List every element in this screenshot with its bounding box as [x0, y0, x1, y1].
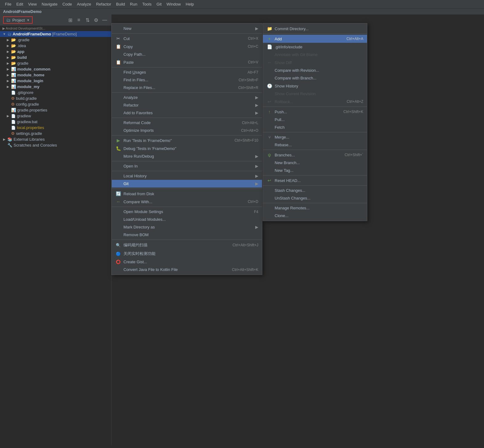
- ctx-find-usages[interactable]: Find Usages Alt+F7: [112, 68, 262, 76]
- ctx-convert-kotlin[interactable]: Convert Java File to Kotlin File Ctrl+Al…: [112, 266, 262, 273]
- project-label[interactable]: Project: [12, 18, 25, 22]
- file-icon-settings-gradle: ⚙: [11, 131, 15, 136]
- icon-align[interactable]: ⊞: [67, 17, 74, 23]
- tree-item-build[interactable]: ▶ 📂 build: [0, 54, 111, 60]
- tree-item-idea[interactable]: ▶ 📂 .idea: [0, 43, 111, 49]
- tree-item-scratches[interactable]: ▶ 🔧 Scratches and Consoles: [0, 142, 111, 148]
- tree-item-module-common[interactable]: ▶ 📊 module_common: [0, 66, 111, 72]
- tree-item-gradlew[interactable]: ▶ 📄 gradlew: [0, 113, 111, 119]
- git-merge[interactable]: ⑂ Merge...: [263, 133, 367, 141]
- ctx-close-realtime[interactable]: 🔵 关闭实时检测功能: [112, 249, 262, 258]
- tree-item-gitignore[interactable]: ▶ 📄 .gitignore: [0, 90, 111, 95]
- ctx-analyze[interactable]: Analyze ▶: [112, 94, 262, 101]
- ctx-debug-tests-icon: 🐛: [115, 146, 121, 151]
- ctx-remove-bom[interactable]: Remove BOM: [112, 231, 262, 239]
- git-stash-changes[interactable]: Stash Changes...: [263, 187, 367, 194]
- ctx-create-gist[interactable]: ⭕ Create Gist...: [112, 258, 262, 266]
- folder-icon-gradle: 📂: [11, 38, 16, 42]
- git-add[interactable]: + Add Ctrl+Alt+A: [263, 35, 367, 43]
- git-branches[interactable]: ψ Branches... Ctrl+Shift+`: [263, 151, 367, 159]
- menu-analyze[interactable]: Analyze: [75, 1, 94, 7]
- git-unstash-changes[interactable]: UnStash Changes...: [263, 194, 367, 202]
- folder-icon-module-home: 📊: [11, 73, 16, 77]
- icon-settings[interactable]: ⚙: [93, 17, 99, 23]
- ctx-more-run-debug-label: More Run/Debug: [123, 154, 250, 159]
- tree-item-local-properties[interactable]: ▶ 📄 local.properties: [0, 125, 111, 131]
- git-compare-branch[interactable]: Compare with Branch...: [263, 74, 367, 82]
- tree-item-settings-gradle[interactable]: ▶ ⚙ settings.gradle: [0, 131, 111, 136]
- git-push[interactable]: ↑ Push... Ctrl+Shift+K: [263, 108, 367, 116]
- git-commit-directory[interactable]: 📁 Commit Directory...: [263, 25, 367, 33]
- icon-minimize[interactable]: —: [101, 17, 108, 23]
- git-sep-5: [263, 175, 367, 176]
- tree-item-module-my[interactable]: ▶ 📊 module_my: [0, 84, 111, 90]
- ctx-paste[interactable]: 📋 Paste Ctrl+V: [112, 58, 262, 66]
- tree-item-gradlew-bat[interactable]: ▶ 📄 gradlew.bat: [0, 119, 111, 125]
- ctx-more-run-debug[interactable]: More Run/Debug ▶: [112, 152, 262, 160]
- ctx-open-module-settings[interactable]: Open Module Settings F4: [112, 208, 262, 216]
- git-pull[interactable]: Pull...: [263, 116, 367, 123]
- icon-collapse[interactable]: ⇅: [84, 17, 91, 23]
- menu-navigate[interactable]: Navigate: [39, 1, 60, 7]
- ctx-local-history[interactable]: Local History ▶: [112, 172, 262, 180]
- ctx-new[interactable]: New ▶: [112, 25, 262, 32]
- ctx-copy-path[interactable]: Copy Path...: [112, 50, 262, 58]
- menu-run[interactable]: Run: [127, 1, 140, 7]
- arrow-build: ▶: [6, 56, 10, 59]
- git-compare-revision[interactable]: Compare with Revision...: [263, 67, 367, 74]
- ctx-debug-tests[interactable]: 🐛 Debug 'Tests in 'FrameDemo'': [112, 144, 262, 152]
- tree-item-app[interactable]: ▶ 📂 app: [0, 49, 111, 54]
- git-manage-remotes[interactable]: Manage Remotes...: [263, 204, 367, 212]
- git-show-history[interactable]: 🕐 Show History: [263, 82, 367, 90]
- tree-item-androidframedemo[interactable]: ▼ 🗂 AndroidFrameDemo [FrameDemo]: [0, 31, 111, 37]
- menu-code[interactable]: Code: [60, 1, 75, 7]
- ctx-add-to-favorites[interactable]: Add to Favorites ▶: [112, 109, 262, 117]
- tree-item-module-home[interactable]: ▶ 📊 module_home: [0, 72, 111, 78]
- git-new-tag[interactable]: New Tag...: [263, 167, 367, 174]
- ctx-reload-from-disk[interactable]: 🔄 Reload from Disk: [112, 190, 262, 198]
- icon-scratches: 🔧: [7, 143, 12, 147]
- tree-item-module-login[interactable]: ▶ 📊 module_login: [0, 78, 111, 84]
- tree-item-gradle-properties[interactable]: ▶ 📊 gradle.properties: [0, 107, 111, 113]
- git-new-branch[interactable]: New Branch...: [263, 159, 367, 167]
- tree-item-config-gradle[interactable]: ▶ ⚙ config.gradle: [0, 101, 111, 107]
- ctx-load-unload-modules[interactable]: Load/Unload Modules...: [112, 216, 262, 223]
- menu-window[interactable]: Window: [164, 1, 183, 7]
- git-fetch[interactable]: Fetch: [263, 123, 367, 131]
- ctx-open-in[interactable]: Open In ▶: [112, 162, 262, 170]
- ctx-analyze-arrow: ▶: [255, 95, 258, 100]
- menu-view[interactable]: View: [26, 1, 39, 7]
- ctx-cut[interactable]: ✂ Cut Ctrl+X: [112, 34, 262, 42]
- ctx-run-tests[interactable]: ▶ Run 'Tests in 'FrameDemo'' Ctrl+Shift+…: [112, 136, 262, 144]
- menu-help[interactable]: Help: [183, 1, 196, 7]
- ctx-refactor[interactable]: Refactor ▶: [112, 101, 262, 109]
- ctx-find-in-files[interactable]: Find in Files... Ctrl+Shift+F: [112, 76, 262, 84]
- project-dropdown-icon[interactable]: ▼: [26, 18, 30, 22]
- menu-git[interactable]: Git: [154, 1, 164, 7]
- ctx-replace-in-files[interactable]: Replace in Files... Ctrl+Shift+R: [112, 84, 262, 91]
- menu-edit[interactable]: Edit: [14, 1, 26, 7]
- tree-item-build-gradle[interactable]: ▶ ⚙ build.gradle: [0, 95, 111, 101]
- git-info-exclude[interactable]: 📄 .git/info/exclude: [263, 43, 367, 51]
- ctx-compare-with-icon: ↔: [115, 199, 121, 204]
- ctx-reformat-code[interactable]: Reformat Code Ctrl+Alt+L: [112, 119, 262, 127]
- menu-file[interactable]: File: [2, 1, 14, 7]
- git-reset-head[interactable]: ↩ Reset HEAD...: [263, 176, 367, 184]
- project-title-box[interactable]: 🗂 Project ▼: [3, 16, 33, 24]
- ctx-git[interactable]: Git ▶: [112, 180, 262, 188]
- ctx-mark-directory[interactable]: Mark Directory as ▶: [112, 223, 262, 231]
- ctx-compare-with[interactable]: ↔ Compare With... Ctrl+D: [112, 198, 262, 206]
- ctx-close-realtime-icon: 🔵: [115, 252, 121, 256]
- menu-refactor[interactable]: Refactor: [94, 1, 114, 7]
- menu-build[interactable]: Build: [114, 1, 127, 7]
- git-clone[interactable]: Clone...: [263, 212, 367, 220]
- icon-filter[interactable]: ≡: [75, 17, 82, 23]
- ctx-encoding-scan[interactable]: 🔍 编码规约扫描 Ctrl+Alt+Shift+J: [112, 241, 262, 249]
- menu-tools[interactable]: Tools: [140, 1, 154, 7]
- git-rebase[interactable]: Rebase...: [263, 141, 367, 149]
- tree-item-gradle[interactable]: ▶ 📂 .gradle: [0, 37, 111, 43]
- tree-item-gradle-dir[interactable]: ▶ 📂 gradle: [0, 60, 111, 66]
- ctx-copy[interactable]: 📋 Copy Ctrl+C: [112, 42, 262, 50]
- ctx-optimize-imports[interactable]: Optimize Imports Ctrl+Alt+O: [112, 127, 262, 134]
- tree-item-external-libraries[interactable]: ▶ 📚 External Libraries: [0, 136, 111, 142]
